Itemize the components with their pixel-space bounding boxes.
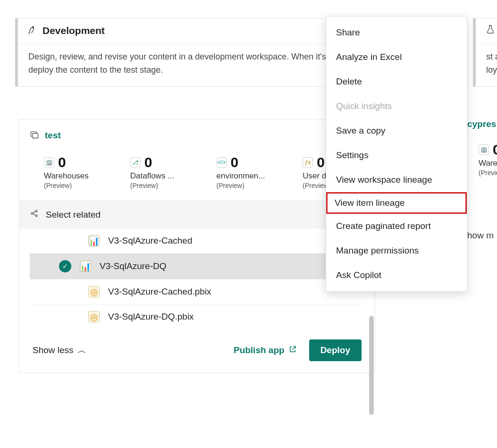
next-workspace-peek: cypres 🏢 0 Wareh (Previe how m — [467, 119, 497, 177]
pbix-icon: ◎ — [88, 286, 100, 297]
svg-point-0 — [33, 27, 34, 28]
cm-view-workspace-lineage[interactable]: View workspace lineage — [326, 168, 467, 192]
environment-icon: </> — [217, 157, 227, 168]
select-related-label[interactable]: Select related — [46, 210, 101, 220]
stat-count: 0 — [58, 154, 66, 170]
warehouse-icon: 🏢 — [44, 157, 54, 168]
open-external-icon — [288, 345, 297, 356]
stat-dataflows: ⎇ 0 Dataflows ... (Preview) — [130, 154, 184, 189]
list-item[interactable]: ✓ 📊 V3-SqlAzure-DQ ⋮ — [30, 254, 364, 279]
cm-analyze-excel[interactable]: Analyze in Excel — [326, 45, 467, 69]
context-menu: Share Analyze in Excel Delete Quick insi… — [326, 16, 467, 292]
cm-view-item-lineage[interactable]: View item lineage — [326, 192, 467, 214]
scrollbar-thumb[interactable] — [369, 316, 374, 415]
item-name: V3-SqlAzure-Cached — [108, 236, 192, 246]
deploy-button[interactable]: Deploy — [309, 339, 362, 361]
stat-count: 0 — [144, 154, 152, 170]
stat-preview: (Preview) — [130, 182, 184, 189]
show-less-toggle[interactable]: Show less ︿ — [33, 344, 86, 356]
stat-count: 0 — [231, 154, 239, 170]
pbix-icon: ◎ — [88, 311, 100, 322]
show-less-label: Show less — [33, 345, 74, 355]
stat-label: Dataflows ... — [130, 171, 184, 181]
stat-preview: (Previe — [479, 169, 497, 177]
cm-share[interactable]: Share — [326, 20, 467, 45]
stage-title-development: Development — [42, 25, 105, 36]
check-icon: ✓ — [59, 260, 71, 272]
publish-label: Publish app — [234, 345, 285, 355]
peek-workspace-name[interactable]: cypres — [467, 119, 497, 142]
list-item[interactable]: 📊 V3-SqlAzure-Cached — [30, 228, 364, 254]
workspace-icon — [30, 130, 39, 141]
cm-manage-permissions[interactable]: Manage permissions — [326, 238, 467, 263]
item-list: 📊 V3-SqlAzure-Cached ✓ 📊 V3-SqlAzure-DQ … — [19, 228, 375, 329]
list-item[interactable]: ◎ V3-SqlAzure-DQ.pbix — [30, 304, 364, 329]
publish-app-link[interactable]: Publish app — [234, 345, 297, 356]
dataset-icon: 📊 — [88, 235, 100, 246]
cm-save-copy[interactable]: Save a copy — [326, 118, 467, 143]
workspace-card: test 🏢 0 Warehouses (Preview) ⎇ 0 Datafl… — [19, 119, 375, 373]
stat-label: environmen... — [217, 171, 270, 181]
stage-header-test: Test — [476, 18, 497, 44]
item-name: V3-SqlAzure-DQ — [100, 261, 167, 271]
cm-ask-copilot[interactable]: Ask Copilot — [326, 263, 467, 287]
dataflow-icon: ⎇ — [130, 157, 141, 168]
cm-delete[interactable]: Delete — [326, 69, 467, 94]
cm-quick-insights: Quick insights — [326, 94, 467, 118]
item-name: V3-SqlAzure-DQ.pbix — [108, 312, 194, 322]
stage-card-test: Test st and ve loy the — [473, 18, 497, 87]
stat-warehouses: 🏢 0 Warehouses (Preview) — [44, 154, 97, 189]
svg-point-4 — [35, 210, 37, 212]
stat-row: 🏢 0 Warehouses (Preview) ⎇ 0 Dataflows .… — [19, 146, 375, 201]
stat-preview: (Preview) — [44, 182, 97, 189]
workspace-footer: Show less ︿ Publish app Deploy — [19, 329, 375, 372]
stat-count: 0 — [493, 142, 497, 158]
stat-environments: </> 0 environmen... (Preview) — [217, 154, 270, 189]
user-data-icon: ƒx — [303, 157, 313, 168]
item-name: V3-SqlAzure-Cached.pbix — [108, 287, 211, 297]
cm-settings[interactable]: Settings — [326, 143, 467, 168]
stat-preview: (Preview) — [217, 182, 270, 189]
rocket-icon — [27, 24, 38, 37]
svg-point-5 — [35, 215, 37, 217]
select-related-bar: Select related ✕ 1 s — [19, 201, 375, 228]
peek-stat: 🏢 0 Wareh (Previe — [479, 142, 497, 177]
stat-label: Wareh — [479, 159, 497, 168]
related-icon — [30, 209, 39, 220]
stat-count: 0 — [317, 154, 325, 170]
workspace-header: test — [19, 119, 375, 146]
peek-show-more[interactable]: how m — [467, 230, 494, 241]
chevron-up-icon: ︿ — [77, 344, 86, 356]
list-item[interactable]: ◎ V3-SqlAzure-Cached.pbix — [30, 279, 364, 304]
stage-desc-test: st and ve loy the — [476, 44, 497, 86]
warehouse-icon: 🏢 — [479, 144, 489, 155]
svg-point-3 — [31, 212, 33, 214]
svg-rect-2 — [33, 134, 38, 138]
stat-label: Warehouses — [44, 171, 97, 181]
dataset-icon: 📊 — [80, 261, 91, 272]
workspace-name[interactable]: test — [45, 130, 61, 141]
cm-create-paginated-report[interactable]: Create paginated report — [326, 214, 467, 238]
flask-icon — [485, 24, 496, 37]
